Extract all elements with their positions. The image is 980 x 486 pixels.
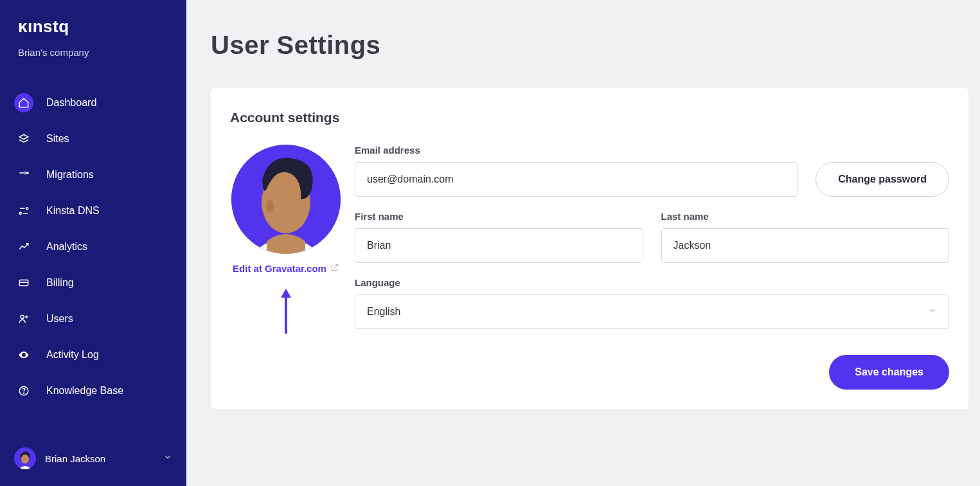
company-name[interactable]: Brian's company (0, 39, 186, 58)
sidebar-item-label: Users (46, 313, 73, 325)
gravatar-link-label: Edit at Gravatar.com (233, 263, 326, 274)
sidebar-item-label: Kinsta DNS (46, 205, 100, 217)
sidebar-item-analytics[interactable]: Analytics (0, 229, 186, 265)
analytics-icon (14, 237, 33, 256)
sidebar-item-activity-log[interactable]: Activity Log (0, 337, 186, 373)
svg-point-15 (266, 199, 274, 212)
sidebar-item-dns[interactable]: Kinsta DNS (0, 193, 186, 229)
email-label: Email address (355, 145, 797, 156)
dns-icon (14, 201, 33, 221)
card-title: Account settings (230, 110, 949, 125)
language-select[interactable]: English (355, 294, 949, 329)
sidebar-item-billing[interactable]: Billing (0, 265, 186, 301)
svg-marker-0 (19, 134, 28, 140)
sidebar-item-label: Dashboard (46, 97, 96, 109)
sidebar-item-label: Knowledge Base (46, 385, 123, 397)
sidebar-item-dashboard[interactable]: Dashboard (0, 85, 186, 121)
chevron-down-icon (928, 306, 937, 318)
sidebar-item-label: Billing (46, 277, 74, 289)
fields-column: Email address Change password First name… (355, 145, 949, 390)
first-name-label: First name (355, 211, 643, 222)
sidebar-nav: Dashboard Sites Migrations Kinsta DNS An (0, 85, 186, 437)
svg-point-1 (27, 172, 28, 174)
sidebar-item-label: Migrations (46, 169, 94, 181)
layers-icon (14, 129, 33, 148)
main-content: User Settings Account settings Edit (186, 0, 980, 486)
change-password-button[interactable]: Change password (815, 162, 949, 197)
sidebar-user-name: Brian Jackson (45, 453, 154, 464)
users-icon (14, 309, 33, 328)
first-name-input[interactable] (355, 228, 643, 263)
home-icon (14, 93, 33, 113)
sidebar-item-users[interactable]: Users (0, 301, 186, 337)
external-link-icon (330, 263, 339, 274)
help-icon (14, 381, 33, 401)
language-label: Language (355, 277, 949, 288)
language-selected-value: English (367, 306, 400, 318)
chevron-down-icon (163, 453, 172, 464)
annotation-arrow (280, 289, 292, 338)
sidebar-item-migrations[interactable]: Migrations (0, 157, 186, 193)
last-name-label: Last name (661, 211, 950, 222)
svg-point-2 (26, 208, 28, 210)
sidebar: ĸınstq Brian's company Dashboard Sites M… (0, 0, 186, 486)
sidebar-user-menu[interactable]: Brian Jackson (0, 437, 186, 486)
avatar-large (231, 145, 341, 254)
svg-point-12 (21, 455, 29, 464)
account-settings-card: Account settings Edit at Gravatar.com (211, 88, 968, 409)
sidebar-item-label: Analytics (46, 241, 87, 253)
svg-point-6 (21, 315, 24, 318)
sidebar-item-knowledge-base[interactable]: Knowledge Base (0, 373, 186, 409)
migrate-icon (14, 165, 33, 184)
svg-marker-17 (281, 289, 291, 298)
email-input[interactable] (355, 162, 797, 197)
billing-icon (14, 273, 33, 292)
save-changes-button[interactable]: Save changes (829, 355, 949, 390)
sidebar-item-label: Sites (46, 133, 69, 145)
svg-point-10 (23, 393, 24, 393)
sidebar-item-sites[interactable]: Sites (0, 121, 186, 157)
eye-icon (14, 345, 33, 364)
brand-logo: ĸınstq (0, 17, 186, 39)
page-title: User Settings (211, 31, 968, 60)
sidebar-item-label: Activity Log (46, 349, 99, 361)
avatar-small (14, 447, 36, 469)
last-name-input[interactable] (661, 228, 950, 263)
avatar-column: Edit at Gravatar.com (230, 145, 342, 390)
svg-point-3 (19, 212, 21, 214)
edit-gravatar-link[interactable]: Edit at Gravatar.com (233, 263, 339, 274)
